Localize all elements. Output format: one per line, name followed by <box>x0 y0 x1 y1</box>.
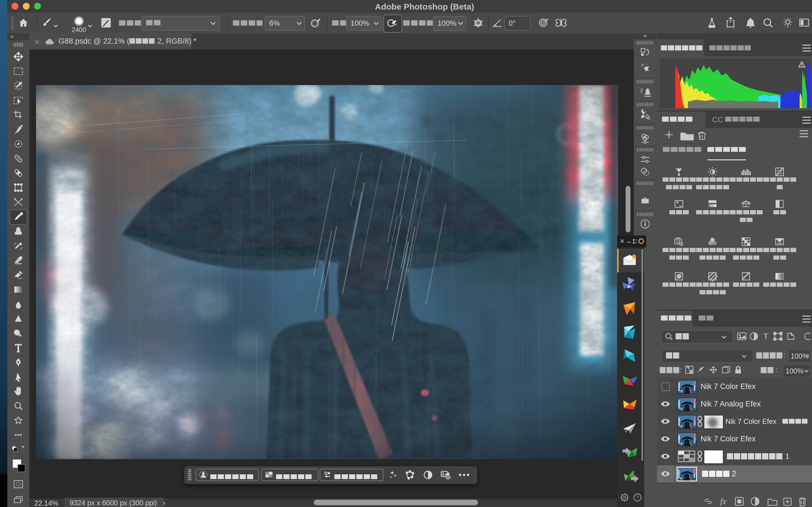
svg-text:T: T <box>763 332 768 341</box>
svg-text:?: ? <box>636 495 639 500</box>
svg-text:fx: fx <box>720 497 726 506</box>
svg-text:«: « <box>644 33 647 39</box>
